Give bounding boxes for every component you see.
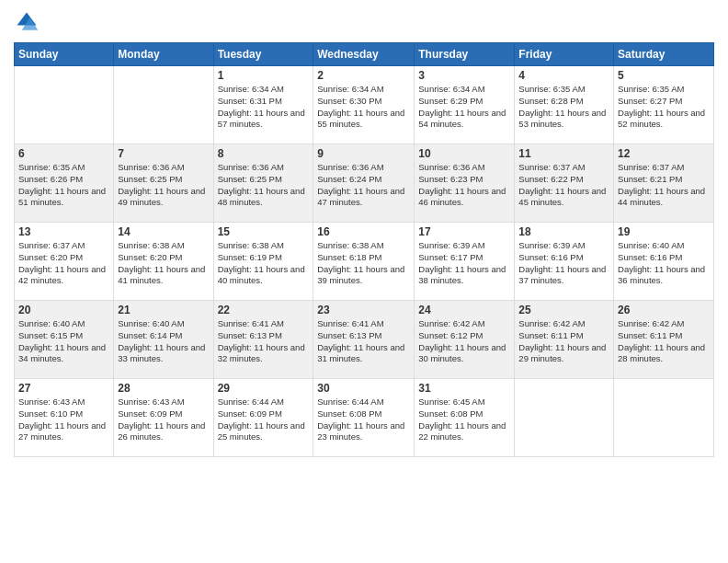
day-number: 1: [218, 69, 310, 82]
day-info: Sunrise: 6:35 AMSunset: 6:26 PMDaylight:…: [18, 162, 109, 209]
day-info: Sunrise: 6:42 AMSunset: 6:12 PMDaylight:…: [418, 318, 510, 365]
page: SundayMondayTuesdayWednesdayThursdayFrid…: [0, 0, 728, 563]
calendar-cell: 31Sunrise: 6:45 AMSunset: 6:08 PMDayligh…: [415, 379, 515, 457]
logo-icon: [14, 9, 40, 35]
calendar-table: SundayMondayTuesdayWednesdayThursdayFrid…: [14, 42, 714, 457]
day-number: 8: [218, 147, 310, 160]
day-info: Sunrise: 6:41 AMSunset: 6:13 PMDaylight:…: [218, 318, 310, 365]
calendar-cell: 11Sunrise: 6:37 AMSunset: 6:22 PMDayligh…: [515, 144, 614, 223]
calendar-cell: 24Sunrise: 6:42 AMSunset: 6:12 PMDayligh…: [415, 301, 515, 379]
calendar-cell: 12Sunrise: 6:37 AMSunset: 6:21 PMDayligh…: [614, 144, 714, 223]
day-info: Sunrise: 6:41 AMSunset: 6:13 PMDaylight:…: [317, 318, 410, 365]
day-number: 19: [618, 225, 710, 238]
calendar-cell: [114, 66, 213, 144]
day-number: 11: [518, 147, 609, 160]
calendar-cell: 10Sunrise: 6:36 AMSunset: 6:23 PMDayligh…: [415, 144, 515, 223]
day-number: 22: [218, 304, 310, 316]
day-number: 2: [317, 69, 410, 82]
weekday-header-sunday: Sunday: [15, 43, 114, 66]
day-number: 25: [518, 304, 609, 316]
day-info: Sunrise: 6:45 AMSunset: 6:08 PMDaylight:…: [418, 396, 510, 443]
calendar-cell: 26Sunrise: 6:42 AMSunset: 6:11 PMDayligh…: [614, 301, 714, 379]
calendar-cell: 21Sunrise: 6:40 AMSunset: 6:14 PMDayligh…: [114, 301, 213, 379]
day-info: Sunrise: 6:44 AMSunset: 6:09 PMDaylight:…: [218, 396, 310, 443]
calendar-cell: 16Sunrise: 6:38 AMSunset: 6:18 PMDayligh…: [313, 223, 415, 301]
calendar-cell: [515, 379, 614, 457]
day-number: 30: [317, 382, 410, 395]
calendar-cell: 27Sunrise: 6:43 AMSunset: 6:10 PMDayligh…: [15, 379, 114, 457]
calendar-cell: 22Sunrise: 6:41 AMSunset: 6:13 PMDayligh…: [213, 301, 313, 379]
day-number: 26: [618, 304, 710, 316]
day-number: 9: [317, 147, 410, 160]
calendar-cell: [614, 379, 714, 457]
day-info: Sunrise: 6:38 AMSunset: 6:19 PMDaylight:…: [218, 240, 310, 287]
day-number: 20: [18, 304, 109, 316]
calendar-cell: 6Sunrise: 6:35 AMSunset: 6:26 PMDaylight…: [15, 144, 114, 223]
day-number: 12: [618, 147, 710, 160]
day-info: Sunrise: 6:38 AMSunset: 6:18 PMDaylight:…: [317, 240, 410, 287]
day-info: Sunrise: 6:37 AMSunset: 6:21 PMDaylight:…: [618, 162, 710, 209]
day-number: 7: [118, 147, 209, 160]
day-number: 10: [418, 147, 510, 160]
day-info: Sunrise: 6:42 AMSunset: 6:11 PMDaylight:…: [518, 318, 609, 365]
calendar-cell: 25Sunrise: 6:42 AMSunset: 6:11 PMDayligh…: [515, 301, 614, 379]
calendar-header-row: SundayMondayTuesdayWednesdayThursdayFrid…: [15, 43, 714, 66]
day-info: Sunrise: 6:36 AMSunset: 6:25 PMDaylight:…: [218, 162, 310, 209]
calendar-cell: 19Sunrise: 6:40 AMSunset: 6:16 PMDayligh…: [614, 223, 714, 301]
weekday-header-tuesday: Tuesday: [213, 43, 313, 66]
header: [14, 9, 714, 35]
day-info: Sunrise: 6:42 AMSunset: 6:11 PMDaylight:…: [618, 318, 710, 365]
day-info: Sunrise: 6:36 AMSunset: 6:25 PMDaylight:…: [118, 162, 209, 209]
weekday-header-monday: Monday: [114, 43, 213, 66]
day-info: Sunrise: 6:34 AMSunset: 6:31 PMDaylight:…: [218, 84, 310, 131]
day-number: 24: [418, 304, 510, 316]
calendar-cell: 13Sunrise: 6:37 AMSunset: 6:20 PMDayligh…: [15, 223, 114, 301]
calendar-cell: 29Sunrise: 6:44 AMSunset: 6:09 PMDayligh…: [213, 379, 313, 457]
calendar-cell: 3Sunrise: 6:34 AMSunset: 6:29 PMDaylight…: [415, 66, 515, 144]
day-info: Sunrise: 6:37 AMSunset: 6:22 PMDaylight:…: [518, 162, 609, 209]
day-number: 29: [218, 382, 310, 395]
calendar-cell: 28Sunrise: 6:43 AMSunset: 6:09 PMDayligh…: [114, 379, 213, 457]
weekday-header-wednesday: Wednesday: [313, 43, 415, 66]
calendar-cell: 8Sunrise: 6:36 AMSunset: 6:25 PMDaylight…: [213, 144, 313, 223]
day-info: Sunrise: 6:43 AMSunset: 6:10 PMDaylight:…: [18, 396, 109, 443]
calendar-week-5: 27Sunrise: 6:43 AMSunset: 6:10 PMDayligh…: [15, 379, 714, 457]
day-info: Sunrise: 6:34 AMSunset: 6:30 PMDaylight:…: [317, 84, 410, 131]
calendar-week-4: 20Sunrise: 6:40 AMSunset: 6:15 PMDayligh…: [15, 301, 714, 379]
calendar-cell: 4Sunrise: 6:35 AMSunset: 6:28 PMDaylight…: [515, 66, 614, 144]
day-number: 18: [518, 225, 609, 238]
calendar-cell: 14Sunrise: 6:38 AMSunset: 6:20 PMDayligh…: [114, 223, 213, 301]
calendar-week-1: 1Sunrise: 6:34 AMSunset: 6:31 PMDaylight…: [15, 66, 714, 144]
calendar-cell: 2Sunrise: 6:34 AMSunset: 6:30 PMDaylight…: [313, 66, 415, 144]
day-info: Sunrise: 6:35 AMSunset: 6:27 PMDaylight:…: [618, 84, 710, 131]
day-number: 28: [118, 382, 209, 395]
calendar-cell: 23Sunrise: 6:41 AMSunset: 6:13 PMDayligh…: [313, 301, 415, 379]
day-number: 23: [317, 304, 410, 316]
day-info: Sunrise: 6:39 AMSunset: 6:16 PMDaylight:…: [518, 240, 609, 287]
day-info: Sunrise: 6:35 AMSunset: 6:28 PMDaylight:…: [518, 84, 609, 131]
weekday-header-thursday: Thursday: [415, 43, 515, 66]
day-info: Sunrise: 6:38 AMSunset: 6:20 PMDaylight:…: [118, 240, 209, 287]
calendar-cell: 7Sunrise: 6:36 AMSunset: 6:25 PMDaylight…: [114, 144, 213, 223]
calendar-week-2: 6Sunrise: 6:35 AMSunset: 6:26 PMDaylight…: [15, 144, 714, 223]
day-number: 27: [18, 382, 109, 395]
day-info: Sunrise: 6:34 AMSunset: 6:29 PMDaylight:…: [418, 84, 510, 131]
calendar-week-3: 13Sunrise: 6:37 AMSunset: 6:20 PMDayligh…: [15, 223, 714, 301]
calendar-cell: 5Sunrise: 6:35 AMSunset: 6:27 PMDaylight…: [614, 66, 714, 144]
calendar-cell: 18Sunrise: 6:39 AMSunset: 6:16 PMDayligh…: [515, 223, 614, 301]
day-info: Sunrise: 6:40 AMSunset: 6:15 PMDaylight:…: [18, 318, 109, 365]
day-info: Sunrise: 6:40 AMSunset: 6:14 PMDaylight:…: [118, 318, 209, 365]
day-info: Sunrise: 6:43 AMSunset: 6:09 PMDaylight:…: [118, 396, 209, 443]
calendar-cell: 1Sunrise: 6:34 AMSunset: 6:31 PMDaylight…: [213, 66, 313, 144]
day-info: Sunrise: 6:39 AMSunset: 6:17 PMDaylight:…: [418, 240, 510, 287]
day-info: Sunrise: 6:40 AMSunset: 6:16 PMDaylight:…: [618, 240, 710, 287]
calendar-cell: 9Sunrise: 6:36 AMSunset: 6:24 PMDaylight…: [313, 144, 415, 223]
day-number: 21: [118, 304, 209, 316]
day-number: 31: [418, 382, 510, 395]
weekday-header-saturday: Saturday: [614, 43, 714, 66]
day-number: 17: [418, 225, 510, 238]
calendar-cell: 17Sunrise: 6:39 AMSunset: 6:17 PMDayligh…: [415, 223, 515, 301]
day-info: Sunrise: 6:36 AMSunset: 6:24 PMDaylight:…: [317, 162, 410, 209]
day-info: Sunrise: 6:37 AMSunset: 6:20 PMDaylight:…: [18, 240, 109, 287]
calendar-cell: [15, 66, 114, 144]
